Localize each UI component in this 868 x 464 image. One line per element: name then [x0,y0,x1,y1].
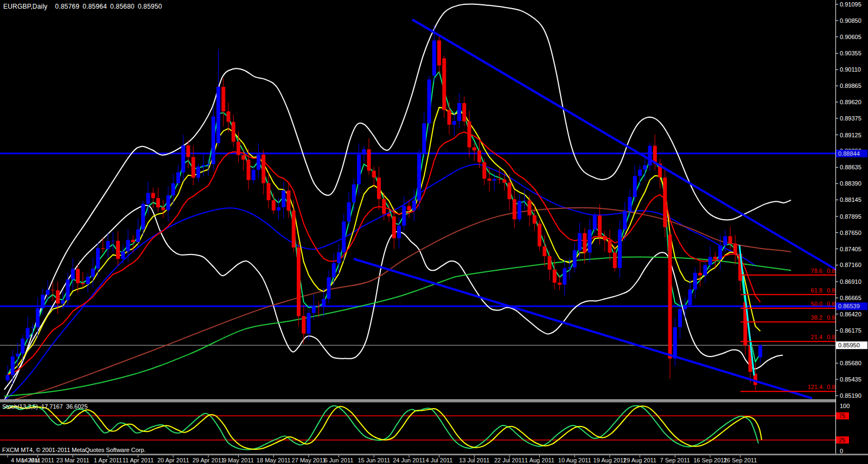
bull-candle-body [26,328,30,338]
bull-candle-body [312,306,316,313]
bear-candle-body [367,149,371,170]
bull-candle-body [618,230,622,268]
date-label: 1 Aug 2011 [525,457,554,463]
price-tick-label: 0.89375 [840,115,861,122]
date-axis-separator [0,454,868,455]
price-tick-label: 0.87405 [840,246,861,252]
bull-candle-body [41,295,44,308]
stoch-level-box-label: 25 [839,437,845,443]
bull-candle-body [307,313,311,334]
date-label: 18 May 2011 [257,457,291,463]
bull-candle-body [628,197,632,211]
bear-candle-body [558,283,561,285]
price-box-0.85950: 0.85950 [836,341,867,349]
bull-candle-body [252,170,256,180]
bear-candle-body [468,122,471,148]
price-box-label: 0.86539 [838,303,860,309]
bull-candle-body [337,252,341,263]
fib-ratio-label: 21.4 [811,334,822,340]
bear-candle-body [713,257,717,259]
bull-candle-body [688,289,692,304]
bull-candle-body [593,215,597,230]
bull-candle-body [683,305,687,309]
bear-candle-body [302,316,305,333]
bull-candle-body [46,290,50,295]
bull-candle-body [457,103,461,121]
bear-candle-body [548,256,552,270]
bear-candle-body [261,155,265,183]
bull-candle-body [638,169,642,176]
price-tick-label: 0.85435 [840,376,861,383]
fib-ratio-label: 61.8 [811,287,822,294]
bull-candle-body [623,211,627,230]
bear-candle-body [81,283,85,284]
bull-candle-body [522,200,526,201]
price-tick-label: 0.86665 [840,295,861,301]
date-label: 1 Apr 2011 [94,457,122,463]
date-label: 16 Sep 2011 [693,457,727,463]
bull-candle-body [673,327,677,359]
fib-ratio-label: 121.4 [807,384,822,390]
bear-candle-body [387,214,391,217]
bear-candle-body [488,179,492,181]
bear-candle-body [448,110,451,125]
stoch-k-value: 17.7167 [41,403,63,410]
bear-candle-body [377,177,381,199]
bull-candle-body [422,123,426,153]
low-value: 0.85680 [110,3,135,10]
date-label: 29 Apr 2011 [193,457,225,463]
date-label: 13 Jul 2011 [459,457,489,463]
bear-candle-body [192,157,195,177]
bull-candle-body [66,279,70,301]
bull-candle-body [181,145,185,173]
bear-candle-body [533,215,537,224]
bull-candle-body [327,277,331,299]
date-label: 22 Jul 2011 [494,457,525,463]
bull-candle-body [578,233,582,251]
bear-candle-body [151,193,155,198]
bear-candle-body [392,217,396,238]
candle [297,242,301,327]
bull-candle-body [212,117,215,164]
bull-candle-body [91,269,95,277]
bear-candle-body [161,207,165,210]
bull-candle-body [141,204,145,230]
fib-ratio-label: 78.6 [811,268,822,274]
bear-candle-body [56,290,60,303]
bull-candle-body [693,273,697,290]
bull-candle-body [6,375,10,380]
bull-candle-body [207,164,210,166]
bull-candle-body [402,206,406,226]
bear-candle-body [502,180,506,183]
date-label: 4 Jul 2011 [426,457,453,463]
bull-candle-body [703,265,707,275]
bear-candle-body [542,246,546,256]
bear-candle-body [528,200,532,215]
bull-candle-body [11,357,15,375]
bull-candle-body [397,226,401,238]
bear-candle-body [382,199,386,214]
bear-candle-body [221,87,225,111]
price-tick-label: 0.88145 [840,196,861,203]
bull-candle-body [86,277,90,284]
date-label: 23 Mar 2011 [56,457,90,463]
bear-candle-body [603,236,607,240]
bull-candle-body [362,149,366,154]
price-tick-label: 0.90605 [840,34,861,40]
bull-candle-body [126,240,130,251]
bear-candle-body [407,206,411,211]
bear-candle-body [51,290,55,290]
stoch-scale-bottom-label: 0 [840,448,843,454]
open-value: 0.85769 [55,3,80,10]
bear-candle-body [442,59,446,110]
date-label: 29 Aug 2011 [623,457,656,463]
price-tick-label: 0.85190 [840,392,861,399]
bear-candle-body [583,233,586,253]
date-label: 27 May 2011 [292,457,326,463]
bear-candle-body [156,198,160,207]
bear-candle-body [473,147,476,150]
bear-candle-body [241,155,245,160]
bear-candle-body [267,183,271,200]
bull-candle-body [257,155,260,170]
date-label: 7 Sep 2011 [660,457,690,463]
